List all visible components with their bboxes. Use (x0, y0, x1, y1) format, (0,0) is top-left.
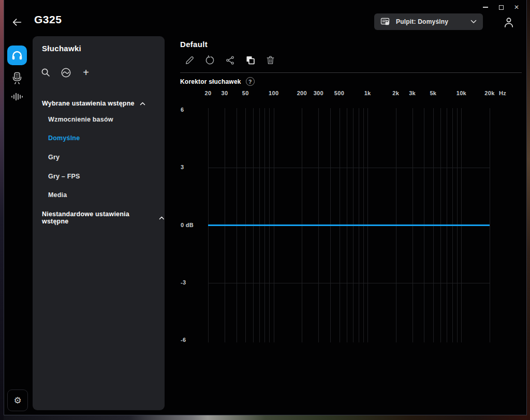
chart-x-tick-label: 1k (364, 90, 371, 96)
chart-x-unit-label: Hz (499, 90, 506, 96)
screen: { "window": { "title": "G325" }, "icons"… (0, 0, 530, 420)
minimize-button[interactable] (480, 2, 491, 12)
copy-icon (245, 55, 256, 66)
chart-x-tick-label: 20 (205, 90, 212, 96)
chart-x-tick-label: 3k (409, 90, 416, 96)
share-icon (225, 55, 235, 65)
preset-item-bass-boost[interactable]: Wzmocnienie basów (48, 113, 113, 126)
preset-label: Gry – FPS (48, 173, 80, 180)
preset-item-default[interactable]: Domyślne (48, 132, 80, 144)
chart-x-tick-label: 30 (221, 90, 228, 96)
chart-vertical-gridline (490, 108, 490, 342)
preset-label: Gry (48, 154, 60, 161)
reset-icon (205, 55, 215, 65)
person-icon (503, 16, 515, 28)
add-preset-button[interactable]: + (80, 67, 92, 78)
eq-section-label: Korektor słuchawek (180, 78, 241, 85)
chart-y-tick-label: -6 (181, 337, 207, 343)
chart-x-tick-label: 20k (484, 90, 494, 96)
headphones-icon (11, 49, 23, 62)
maximize-icon (499, 5, 504, 10)
sidebar-toolbar: + (40, 67, 92, 78)
preset-sidebar: Słuchawki + Wybrane ustawienia wstępne (33, 36, 165, 410)
pencil-icon (185, 55, 195, 65)
section-label: Wybrane ustawienia wstępne (42, 100, 135, 107)
desktop-background-left (0, 0, 4, 420)
gear-icon: ⚙ (13, 395, 21, 406)
microphone-icon (11, 71, 23, 85)
desktop-background-bottom (4, 415, 527, 420)
active-preset-title: Default (180, 40, 208, 49)
preset-label: Domyślne (48, 134, 80, 142)
explore-presets-button[interactable] (60, 67, 71, 78)
settings-button[interactable]: ⚙ (7, 389, 28, 411)
profile-dropdown-label: Pulpit: Domyślny (396, 18, 465, 25)
section-custom-presets[interactable]: Niestandardowe ustawienia wstępne (42, 212, 165, 224)
eq-chart[interactable]: 2030501002003005001k2k3k5k10k20kHz630 dB… (208, 108, 490, 342)
delete-button[interactable] (265, 55, 276, 66)
chart-x-tick-label: 500 (334, 90, 344, 96)
preset-item-games-fps[interactable]: Gry – FPS (48, 170, 80, 183)
window-controls: ✕ (480, 2, 522, 12)
chart-y-tick-label: 3 (181, 164, 207, 170)
sidebar-title: Słuchawki (42, 44, 81, 53)
section-selected-presets[interactable]: Wybrane ustawienia wstępne (42, 97, 145, 110)
search-icon (40, 67, 51, 78)
eq-curve[interactable] (208, 108, 490, 342)
preset-label: Wzmocnienie basów (48, 116, 113, 123)
app-window: ✕ G325 Pulpit: Domyślny (4, 0, 527, 415)
account-button[interactable] (502, 15, 516, 29)
chart-x-tick-label: 2k (392, 90, 399, 96)
chart-x-tick-label: 10k (457, 90, 466, 96)
minimize-icon (483, 7, 488, 8)
maximize-button[interactable] (495, 2, 507, 12)
chevron-down-icon (470, 20, 477, 24)
preset-item-media[interactable]: Media (48, 189, 67, 201)
rail-tab-headphones[interactable] (7, 46, 27, 65)
back-arrow-icon (11, 17, 23, 28)
chart-x-tick-label: 5k (430, 90, 436, 96)
chart-y-tick-label: 0 dB (181, 222, 207, 228)
preset-label: Media (48, 191, 67, 199)
trash-icon (266, 55, 275, 65)
toolbar-divider (180, 72, 522, 73)
duplicate-button[interactable] (245, 55, 256, 66)
close-button[interactable]: ✕ (511, 2, 522, 12)
device-title: G325 (34, 13, 62, 26)
profile-dropdown[interactable]: Pulpit: Domyślny (374, 13, 483, 30)
chart-x-tick-label: 300 (314, 90, 323, 96)
reset-button[interactable] (204, 55, 215, 66)
preset-item-games[interactable]: Gry (48, 151, 60, 163)
chart-x-tick-label: 200 (297, 90, 307, 96)
back-button[interactable] (10, 16, 24, 29)
eq-section-header: Korektor słuchawek ? (180, 77, 255, 86)
section-label: Niestandardowe ustawienia wstępne (42, 211, 154, 225)
sound-wave-icon (10, 91, 24, 102)
help-icon[interactable]: ? (246, 77, 255, 86)
desktop-profile-icon (380, 17, 391, 26)
chart-y-tick-label: -3 (181, 279, 207, 286)
chart-x-tick-label: 100 (269, 90, 278, 96)
rail-tab-sound-wave[interactable] (7, 87, 27, 107)
share-button[interactable] (225, 55, 235, 66)
desktop-background-right (527, 0, 530, 420)
rail-tab-microphone[interactable] (7, 68, 27, 88)
chevron-up-icon (140, 102, 145, 106)
chevron-up-icon (159, 216, 165, 220)
chart-x-tick-label: 50 (242, 90, 249, 96)
plus-icon: + (83, 67, 89, 78)
edit-button[interactable] (184, 55, 195, 66)
preset-toolbar (184, 55, 276, 66)
search-button[interactable] (40, 67, 51, 78)
chart-y-tick-label: 6 (181, 107, 207, 113)
explore-wave-icon (61, 67, 71, 78)
